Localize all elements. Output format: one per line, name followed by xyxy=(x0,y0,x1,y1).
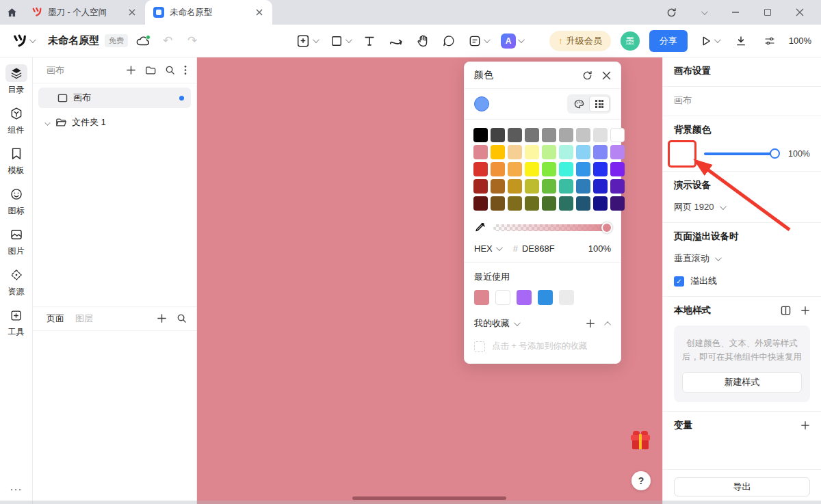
search-icon[interactable] xyxy=(165,65,175,75)
color-swatch[interactable] xyxy=(593,128,608,142)
color-swatch[interactable] xyxy=(576,179,590,194)
color-swatch[interactable] xyxy=(576,145,590,159)
help-button[interactable]: ? xyxy=(631,471,651,490)
color-swatch[interactable] xyxy=(491,179,505,194)
color-swatch[interactable] xyxy=(508,145,522,159)
tab-close-icon[interactable] xyxy=(253,6,265,18)
color-swatch[interactable] xyxy=(508,128,522,142)
document-title[interactable]: 未命名原型 xyxy=(48,34,99,47)
add-page-icon[interactable] xyxy=(126,65,136,75)
eyedropper-icon[interactable] xyxy=(474,222,486,234)
palette-mode-icon[interactable] xyxy=(569,96,589,112)
color-swatch[interactable] xyxy=(525,196,539,211)
slider-knob[interactable] xyxy=(770,148,780,159)
color-swatch[interactable] xyxy=(525,179,539,194)
color-swatch[interactable] xyxy=(508,162,522,176)
sidebar-item-directory[interactable]: 目录 xyxy=(5,64,27,96)
color-swatch[interactable] xyxy=(559,145,573,159)
maximize-icon[interactable] xyxy=(761,6,774,18)
opacity-knob[interactable] xyxy=(601,222,612,233)
cloud-sync-icon[interactable] xyxy=(133,31,153,51)
color-swatch[interactable] xyxy=(538,290,553,305)
chevron-down-icon[interactable] xyxy=(697,6,709,18)
style-library-icon[interactable] xyxy=(781,306,791,315)
preferences-icon[interactable] xyxy=(760,31,779,51)
color-swatch[interactable] xyxy=(610,162,625,176)
color-swatch[interactable] xyxy=(525,162,539,176)
horizontal-scrollbar[interactable] xyxy=(352,496,506,500)
tab-close-icon[interactable] xyxy=(126,6,138,18)
new-style-button[interactable]: 新建样式 xyxy=(682,372,802,393)
color-swatch[interactable] xyxy=(491,128,505,142)
color-swatch[interactable] xyxy=(610,179,625,194)
tab-pages[interactable]: 页面 xyxy=(47,313,64,325)
collapse-icon[interactable] xyxy=(604,321,611,328)
add-icon[interactable] xyxy=(157,313,167,323)
color-swatch[interactable] xyxy=(542,128,556,142)
color-swatch[interactable] xyxy=(473,162,488,176)
color-swatch[interactable] xyxy=(593,196,608,211)
current-color-circle[interactable] xyxy=(474,96,489,111)
color-swatch[interactable] xyxy=(542,179,556,194)
zoom-level[interactable]: 100% xyxy=(789,36,811,46)
upgrade-member-button[interactable]: ↑ 升级会员 xyxy=(549,31,611,51)
download-icon[interactable] xyxy=(731,31,751,51)
color-swatch[interactable] xyxy=(559,162,573,176)
browser-tab-workspace[interactable]: 墨刀 - 个人空间 xyxy=(23,0,145,25)
reset-icon[interactable] xyxy=(582,70,592,81)
opacity-value-input[interactable]: 100% xyxy=(588,243,611,254)
tree-row-canvas[interactable]: 画布 xyxy=(38,88,191,108)
more-options-icon[interactable]: ··· xyxy=(10,483,23,494)
sidebar-item-resources[interactable]: 资源 xyxy=(5,266,27,297)
shape-tool[interactable] xyxy=(327,31,353,51)
sidebar-item-icons[interactable]: 图标 xyxy=(5,185,27,217)
color-swatch[interactable] xyxy=(508,179,522,194)
connector-tool[interactable] xyxy=(386,31,406,51)
sidebar-item-images[interactable]: 图片 xyxy=(5,226,27,257)
app-logo-menu[interactable] xyxy=(10,31,37,51)
opacity-slider[interactable] xyxy=(493,224,611,231)
color-swatch[interactable] xyxy=(610,145,625,159)
color-swatch[interactable] xyxy=(593,145,608,159)
close-icon[interactable] xyxy=(602,71,611,80)
ai-assistant-tool[interactable]: A xyxy=(498,30,525,52)
color-swatch[interactable] xyxy=(473,196,488,211)
color-swatch[interactable] xyxy=(542,145,556,159)
export-button[interactable]: 导出 xyxy=(674,477,810,496)
color-swatch[interactable] xyxy=(525,145,539,159)
color-format-select[interactable]: HEX xyxy=(474,243,501,254)
user-avatar[interactable]: 墨 xyxy=(621,31,640,51)
browser-tab-prototype[interactable]: 未命名原型 xyxy=(145,0,272,25)
color-swatch[interactable] xyxy=(593,162,608,176)
home-icon[interactable] xyxy=(0,0,23,25)
color-swatch[interactable] xyxy=(576,128,590,142)
sidebar-item-components[interactable]: 组件 xyxy=(5,105,27,136)
color-swatch[interactable] xyxy=(576,196,590,211)
bg-opacity-slider[interactable] xyxy=(704,152,779,155)
overflow-select[interactable]: 垂直滚动 xyxy=(674,252,810,265)
color-swatch[interactable] xyxy=(491,145,505,159)
comment-tool[interactable] xyxy=(439,31,458,51)
color-swatch[interactable] xyxy=(559,196,573,211)
hex-value-input[interactable]: DE868F xyxy=(522,243,555,254)
color-swatch[interactable] xyxy=(542,196,556,211)
redo-icon[interactable]: ↷ xyxy=(183,31,202,51)
chevron-expand-icon[interactable] xyxy=(44,120,50,125)
hand-tool[interactable] xyxy=(413,31,432,51)
color-swatch[interactable] xyxy=(576,162,590,176)
close-window-icon[interactable] xyxy=(794,6,806,18)
color-swatch[interactable] xyxy=(593,179,608,194)
undo-icon[interactable]: ↶ xyxy=(158,31,177,51)
color-swatch[interactable] xyxy=(474,290,489,305)
favorites-title[interactable]: 我的收藏 xyxy=(474,317,510,330)
color-swatch[interactable] xyxy=(559,179,573,194)
color-swatch[interactable] xyxy=(491,196,505,211)
color-swatch[interactable] xyxy=(610,196,625,211)
more-vertical-icon[interactable] xyxy=(184,65,187,75)
color-swatch[interactable] xyxy=(559,128,573,142)
color-swatch[interactable] xyxy=(525,128,539,142)
text-tool[interactable] xyxy=(360,31,379,51)
sidebar-item-tools[interactable]: 工具 xyxy=(5,306,27,338)
note-tool[interactable] xyxy=(465,31,491,51)
folder-icon[interactable] xyxy=(145,66,156,75)
